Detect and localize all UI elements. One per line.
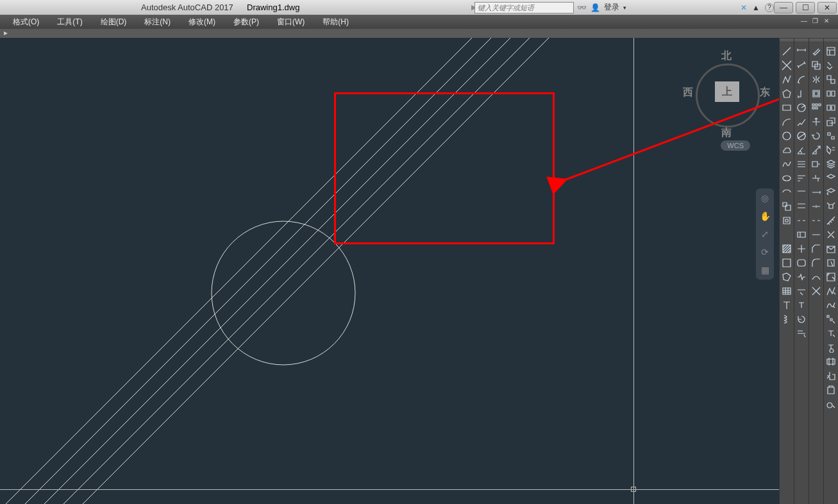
scale-tool[interactable]	[810, 144, 823, 156]
break-tool[interactable]	[810, 214, 823, 227]
attr-edit-tool[interactable]	[825, 327, 837, 340]
layer-prev-tool[interactable]	[825, 186, 837, 199]
join-tool[interactable]	[810, 228, 823, 241]
panel-grip[interactable]	[809, 39, 823, 43]
erase-tool[interactable]	[810, 45, 823, 58]
continue-dim-tool[interactable]	[795, 186, 808, 199]
point-tool[interactable]	[780, 228, 793, 241]
hatch-edit-tool[interactable]	[825, 271, 837, 283]
viewcube-east[interactable]: 东	[760, 86, 770, 99]
spline-edit-tool[interactable]	[825, 299, 837, 312]
minimize-button[interactable]: —	[774, 2, 793, 13]
ellipse-tool[interactable]	[780, 172, 793, 185]
dim-style-tool[interactable]	[795, 327, 808, 340]
mirror-tool[interactable]	[810, 73, 823, 86]
menu-dimension[interactable]: 标注(N)	[135, 15, 180, 29]
ordinate-dim-tool[interactable]	[795, 87, 808, 100]
viewcube-top-face[interactable]: 上	[715, 81, 739, 102]
app-manager-icon[interactable]: ▲	[752, 3, 760, 12]
zoom-extents-icon[interactable]: ⤢	[759, 228, 771, 240]
wcs-badge[interactable]: WCS	[721, 140, 750, 151]
insert-tool2[interactable]	[825, 369, 837, 382]
quick-dim-tool[interactable]	[795, 158, 808, 171]
viewcube[interactable]: 上 北 南 东 西	[689, 51, 766, 128]
clip-tool[interactable]	[825, 355, 837, 368]
maximize-button[interactable]: ☐	[796, 2, 815, 13]
panel-grip[interactable]	[780, 39, 794, 43]
fillet-tool[interactable]	[810, 256, 823, 269]
viewcube-north[interactable]: 北	[721, 49, 732, 63]
menu-help[interactable]: 帮助(H)	[314, 15, 358, 29]
orbit-icon[interactable]: ⟳	[759, 246, 771, 258]
panel-grip[interactable]	[794, 39, 809, 43]
isolate-tool[interactable]	[825, 200, 837, 213]
menu-modify[interactable]: 修改(M)	[180, 15, 224, 29]
extend-tool[interactable]	[810, 186, 823, 199]
close-button[interactable]: ✕	[817, 2, 837, 13]
polyline-tool[interactable]	[780, 73, 793, 86]
ellipse-arc-tool[interactable]	[780, 186, 793, 199]
aligned-dim-tool[interactable]	[795, 59, 808, 72]
cleanup-tool[interactable]	[825, 228, 837, 241]
rotate-tool[interactable]	[810, 130, 823, 142]
chamfer-tool[interactable]	[810, 242, 823, 255]
doc-restore-button[interactable]: ❐	[812, 17, 821, 26]
array-tool[interactable]	[810, 101, 823, 114]
diameter-dim-tool[interactable]	[795, 130, 808, 142]
pan-icon[interactable]: ✋	[759, 210, 771, 222]
menu-parametric[interactable]: 参数(P)	[224, 15, 268, 29]
draw-order-tool[interactable]	[825, 115, 837, 128]
steering-wheel-icon[interactable]: ◎	[759, 192, 771, 204]
search-input[interactable]	[474, 2, 574, 13]
properties-tool[interactable]	[825, 45, 837, 58]
pedit-tool[interactable]	[825, 285, 837, 298]
inspection-tool[interactable]	[795, 256, 808, 269]
hatch-tool[interactable]	[780, 242, 793, 255]
array-edit-tool[interactable]	[825, 313, 837, 326]
layer-iso-tool[interactable]	[825, 172, 837, 185]
tolerance-tool[interactable]	[795, 228, 808, 241]
gradient-tool[interactable]	[780, 256, 793, 269]
stretch-tool[interactable]	[810, 158, 823, 171]
exchange-icon[interactable]: ✕	[741, 3, 747, 12]
angular-dim-tool[interactable]	[795, 144, 808, 156]
dim-break-tool[interactable]	[795, 214, 808, 227]
table-tool[interactable]	[780, 285, 793, 298]
login-link[interactable]: 登录	[604, 2, 619, 13]
linear-dim-tool[interactable]	[795, 45, 808, 58]
match-props-tool[interactable]	[825, 59, 837, 72]
paste-tool[interactable]	[825, 383, 837, 396]
ungroup-tool[interactable]	[825, 101, 837, 114]
construction-line-tool[interactable]	[780, 59, 793, 72]
insert-block-tool[interactable]	[780, 200, 793, 213]
change-space-tool[interactable]	[825, 73, 837, 86]
user-icon[interactable]: 👤	[591, 3, 600, 12]
baseline-dim-tool[interactable]	[795, 172, 808, 185]
trim-tool[interactable]	[810, 172, 823, 185]
explode-tool[interactable]	[810, 285, 823, 298]
helix-tool[interactable]	[780, 313, 793, 326]
object-grouping-tool[interactable]	[825, 87, 837, 100]
jogged-dim-tool[interactable]	[795, 115, 808, 128]
dim-text-edit-tool[interactable]	[795, 299, 808, 312]
viewcube-south[interactable]: 南	[721, 126, 732, 140]
ribbon-expand-icon[interactable]	[3, 30, 9, 37]
circle-tool[interactable]	[780, 130, 793, 142]
dim-edit-tool[interactable]	[795, 285, 808, 298]
panel-grip[interactable]	[824, 39, 838, 43]
dim-update-tool[interactable]	[795, 313, 808, 326]
revision-cloud-tool[interactable]	[780, 144, 793, 156]
layers-tool[interactable]	[825, 158, 837, 171]
jog-line-tool[interactable]	[795, 271, 808, 283]
menu-tools[interactable]: 工具(T)	[48, 15, 91, 29]
measure-tool[interactable]	[825, 214, 837, 227]
radius-dim-tool[interactable]	[795, 101, 808, 114]
menu-window[interactable]: 窗口(W)	[268, 15, 314, 29]
viewcube-west[interactable]: 西	[683, 86, 693, 99]
offset-tool[interactable]	[810, 87, 823, 100]
break-point-tool[interactable]	[810, 200, 823, 213]
xref-tool[interactable]	[825, 242, 837, 255]
doc-close-button[interactable]: ✕	[824, 17, 833, 26]
spline-tool[interactable]	[780, 158, 793, 171]
menu-draw[interactable]: 绘图(D)	[92, 15, 136, 29]
